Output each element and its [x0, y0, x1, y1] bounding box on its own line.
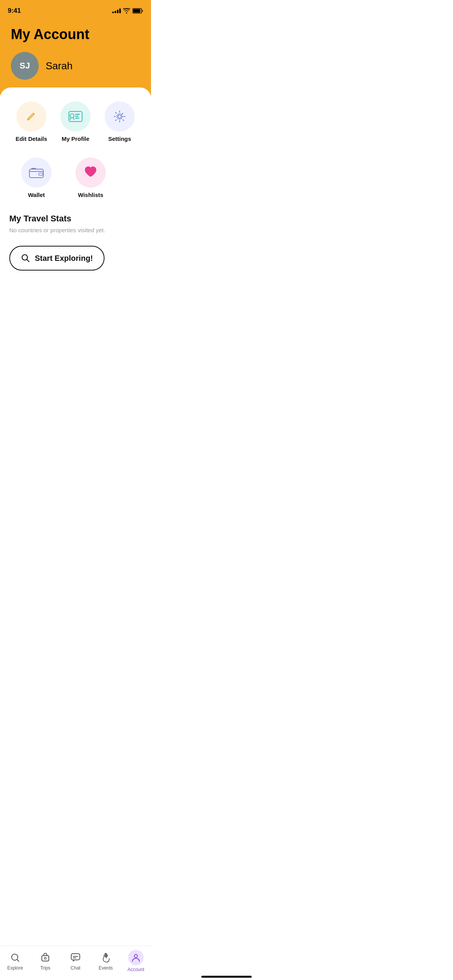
- wallet-icon-circle: [21, 158, 51, 188]
- menu-item-wishlists[interactable]: Wishlists: [71, 158, 110, 198]
- wishlists-label: Wishlists: [78, 192, 103, 198]
- username-label: Sarah: [46, 60, 72, 72]
- status-bar: 9:41: [0, 0, 151, 19]
- svg-rect-5: [75, 118, 79, 119]
- header-section: My Account SJ Sarah: [0, 19, 151, 95]
- my-profile-icon-circle: [60, 101, 91, 132]
- menu-item-wallet[interactable]: Wallet: [17, 158, 56, 198]
- svg-rect-1: [133, 9, 141, 13]
- search-icon: [21, 254, 30, 263]
- page-title: My Account: [11, 26, 140, 43]
- svg-rect-9: [29, 169, 43, 178]
- wallet-label: Wallet: [28, 192, 45, 198]
- edit-details-label: Edit Details: [15, 135, 47, 142]
- wishlists-icon-circle: [76, 158, 106, 188]
- menu-row-1: Edit Details My Profile: [9, 101, 142, 142]
- svg-rect-10: [39, 173, 43, 175]
- battery-icon: [132, 8, 143, 14]
- stats-subtitle: No countries or properties visited yet.: [9, 227, 142, 233]
- menu-item-edit-details[interactable]: Edit Details: [12, 101, 51, 142]
- user-row: SJ Sarah: [11, 52, 140, 80]
- content-card: Edit Details My Profile: [0, 87, 151, 317]
- signal-icon: [112, 9, 121, 13]
- settings-label: Settings: [108, 135, 131, 142]
- wifi-icon: [123, 8, 130, 14]
- explore-btn-label: Start Exploring!: [35, 254, 93, 263]
- svg-rect-4: [75, 116, 79, 117]
- stats-title: My Travel Stats: [9, 214, 142, 224]
- travel-stats-section: My Travel Stats No countries or properti…: [9, 214, 142, 233]
- my-profile-label: My Profile: [62, 135, 89, 142]
- svg-point-7: [118, 115, 122, 118]
- avatar: SJ: [11, 52, 39, 80]
- status-icons: [112, 8, 143, 14]
- menu-row-2: Wallet Wishlists: [9, 158, 142, 198]
- svg-point-6: [70, 114, 74, 118]
- settings-icon-circle: [105, 101, 135, 132]
- edit-details-icon-circle: [16, 101, 46, 132]
- status-time: 9:41: [8, 7, 21, 15]
- menu-item-my-profile[interactable]: My Profile: [56, 101, 95, 142]
- start-exploring-button[interactable]: Start Exploring!: [9, 246, 105, 271]
- svg-rect-3: [75, 114, 80, 115]
- menu-item-settings[interactable]: Settings: [100, 101, 139, 142]
